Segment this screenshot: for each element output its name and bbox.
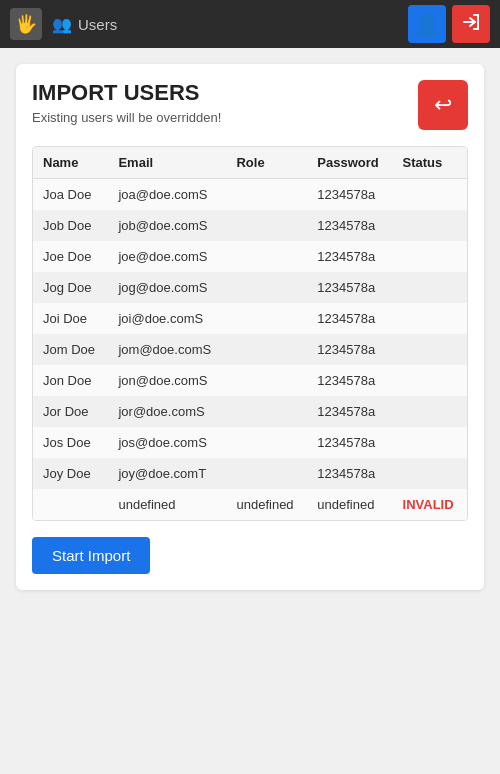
cell-role	[226, 458, 307, 489]
cell-name: Jon Doe	[33, 365, 108, 396]
cell-status	[393, 365, 467, 396]
users-table-container: Name Email Role Password Status Joa Doej…	[32, 146, 468, 521]
cell-name	[33, 489, 108, 520]
table-row: Joi Doejoi@doe.comS1234578a	[33, 303, 467, 334]
cell-status	[393, 427, 467, 458]
header-title-area: 👥 Users	[52, 15, 117, 34]
cell-role	[226, 210, 307, 241]
card-header: IMPORT USERS Existing users will be over…	[32, 80, 468, 130]
cell-name: Joi Doe	[33, 303, 108, 334]
cell-name: Job Doe	[33, 210, 108, 241]
cell-status	[393, 272, 467, 303]
main-content: IMPORT USERS Existing users will be over…	[0, 48, 500, 606]
table-header-row: Name Email Role Password Status	[33, 147, 467, 179]
table-row: undefinedundefinedundefinedINVALID	[33, 489, 467, 520]
cell-email: joa@doe.comS	[108, 179, 226, 211]
cell-email: job@doe.comS	[108, 210, 226, 241]
cell-email: jos@doe.comS	[108, 427, 226, 458]
cell-email: jor@doe.comS	[108, 396, 226, 427]
cell-role	[226, 303, 307, 334]
cell-password: 1234578a	[307, 334, 392, 365]
cell-password: 1234578a	[307, 458, 392, 489]
cell-role	[226, 427, 307, 458]
cell-password: undefined	[307, 489, 392, 520]
table-header: Name Email Role Password Status	[33, 147, 467, 179]
table-row: Joy Doejoy@doe.comT1234578a	[33, 458, 467, 489]
cell-status	[393, 458, 467, 489]
page-title: IMPORT USERS	[32, 80, 221, 106]
back-button[interactable]: ↩	[418, 80, 468, 130]
cell-role	[226, 241, 307, 272]
cell-password: 1234578a	[307, 365, 392, 396]
table-row: Jog Doejog@doe.comS1234578a	[33, 272, 467, 303]
start-import-button[interactable]: Start Import	[32, 537, 150, 574]
header-actions: 👤	[408, 5, 490, 43]
cell-email: joy@doe.comT	[108, 458, 226, 489]
cell-name: Jog Doe	[33, 272, 108, 303]
cell-password: 1234578a	[307, 427, 392, 458]
cell-name: Jor Doe	[33, 396, 108, 427]
app-logo: 🖐	[10, 8, 42, 40]
cell-name: Joe Doe	[33, 241, 108, 272]
cell-status	[393, 210, 467, 241]
col-status: Status	[393, 147, 467, 179]
cell-role	[226, 365, 307, 396]
cell-role	[226, 179, 307, 211]
header-title-label: Users	[78, 16, 117, 33]
cell-password: 1234578a	[307, 210, 392, 241]
cell-name: Jom Doe	[33, 334, 108, 365]
cell-email: undefined	[108, 489, 226, 520]
table-body: Joa Doejoa@doe.comS1234578aJob Doejob@do…	[33, 179, 467, 521]
cell-status	[393, 334, 467, 365]
cell-email: jog@doe.comS	[108, 272, 226, 303]
col-email: Email	[108, 147, 226, 179]
cell-password: 1234578a	[307, 396, 392, 427]
card-subtitle: Existing users will be overridden!	[32, 110, 221, 125]
users-nav-icon: 👥	[52, 15, 72, 34]
users-table: Name Email Role Password Status Joa Doej…	[33, 147, 467, 520]
cell-status: INVALID	[393, 489, 467, 520]
cell-role: undefined	[226, 489, 307, 520]
cell-password: 1234578a	[307, 303, 392, 334]
add-user-button[interactable]: 👤	[408, 5, 446, 43]
cell-role	[226, 272, 307, 303]
header: 🖐 👥 Users 👤	[0, 0, 500, 48]
table-row: Jor Doejor@doe.comS1234578a	[33, 396, 467, 427]
col-password: Password	[307, 147, 392, 179]
cell-email: jon@doe.comS	[108, 365, 226, 396]
exit-icon	[461, 12, 481, 37]
cell-email: joe@doe.comS	[108, 241, 226, 272]
table-row: Jom Doejom@doe.comS1234578a	[33, 334, 467, 365]
cell-email: jom@doe.comS	[108, 334, 226, 365]
cell-name: Jos Doe	[33, 427, 108, 458]
col-name: Name	[33, 147, 108, 179]
table-row: Job Doejob@doe.comS1234578a	[33, 210, 467, 241]
cell-role	[226, 396, 307, 427]
cell-name: Joa Doe	[33, 179, 108, 211]
add-user-icon: 👤	[415, 12, 440, 36]
cell-status	[393, 303, 467, 334]
col-role: Role	[226, 147, 307, 179]
cell-status	[393, 179, 467, 211]
back-icon: ↩	[434, 92, 452, 118]
cell-password: 1234578a	[307, 241, 392, 272]
cell-password: 1234578a	[307, 179, 392, 211]
table-row: Jon Doejon@doe.comS1234578a	[33, 365, 467, 396]
table-row: Joa Doejoa@doe.comS1234578a	[33, 179, 467, 211]
cell-status	[393, 396, 467, 427]
cell-status	[393, 241, 467, 272]
cell-email: joi@doe.comS	[108, 303, 226, 334]
cell-name: Joy Doe	[33, 458, 108, 489]
cell-role	[226, 334, 307, 365]
import-card: IMPORT USERS Existing users will be over…	[16, 64, 484, 590]
table-row: Joe Doejoe@doe.comS1234578a	[33, 241, 467, 272]
cell-password: 1234578a	[307, 272, 392, 303]
exit-button[interactable]	[452, 5, 490, 43]
logo-icon: 🖐	[15, 13, 37, 35]
header-left: 🖐 👥 Users	[10, 8, 117, 40]
card-title-block: IMPORT USERS Existing users will be over…	[32, 80, 221, 125]
table-row: Jos Doejos@doe.comS1234578a	[33, 427, 467, 458]
